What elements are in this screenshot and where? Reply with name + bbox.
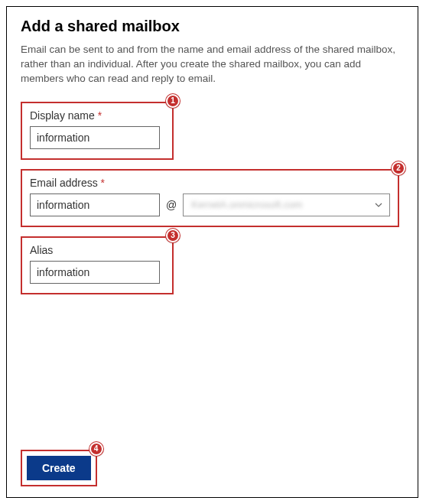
- email-address-label: Email address *: [30, 177, 390, 189]
- annotation-badge-1: 1: [166, 94, 180, 108]
- label-text: Display name: [30, 109, 95, 122]
- domain-text: KernelA.onmicrosoft.com: [191, 199, 302, 210]
- annotation-badge-3: 3: [166, 229, 180, 242]
- display-name-input[interactable]: [30, 126, 160, 149]
- required-asterisk: *: [101, 177, 105, 189]
- page-title: Add a shared mailbox: [21, 18, 404, 35]
- at-symbol: @: [166, 199, 177, 211]
- create-button-group: 4 Create: [21, 450, 97, 486]
- required-asterisk: *: [98, 109, 102, 122]
- email-address-group: 2 Email address * @ KernelA.onmicrosoft.…: [21, 169, 399, 227]
- alias-label: Alias: [30, 244, 164, 256]
- create-button[interactable]: Create: [27, 456, 91, 480]
- alias-input[interactable]: [30, 261, 160, 284]
- add-shared-mailbox-panel: Add a shared mailbox Email can be sent t…: [6, 6, 418, 498]
- annotation-badge-2: 2: [392, 161, 405, 175]
- label-text: Email address: [30, 177, 98, 189]
- display-name-label: Display name *: [30, 109, 164, 122]
- email-row: @ KernelA.onmicrosoft.com: [30, 193, 390, 216]
- label-text: Alias: [30, 244, 53, 256]
- alias-group: 3 Alias: [21, 236, 174, 294]
- email-local-input[interactable]: [30, 193, 160, 216]
- chevron-down-icon: [374, 200, 383, 210]
- annotation-badge-4: 4: [89, 442, 103, 456]
- email-domain-select[interactable]: KernelA.onmicrosoft.com: [183, 193, 390, 216]
- page-description: Email can be sent to and from the name a…: [21, 43, 404, 86]
- display-name-group: 1 Display name *: [21, 102, 174, 160]
